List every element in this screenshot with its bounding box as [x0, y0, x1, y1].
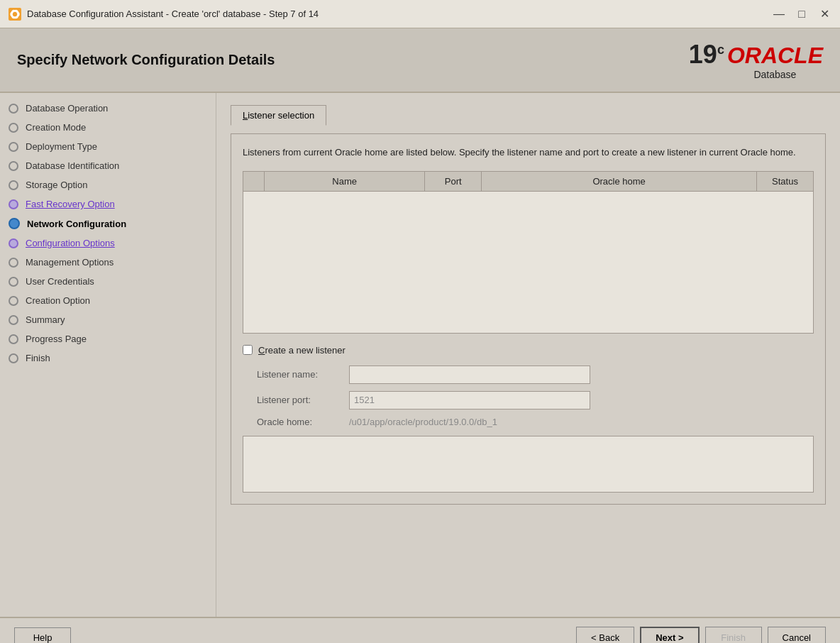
step-dot-progress-page: [9, 334, 18, 344]
finish-button[interactable]: Finish: [705, 627, 762, 644]
col-name: Name: [265, 171, 425, 191]
step-dot-deployment-type: [9, 142, 18, 152]
window-title: Database Configuration Assistant - Creat…: [27, 9, 319, 19]
sidebar-item-storage-option: Storage Option: [0, 175, 216, 194]
step-dot-configuration-options: [9, 238, 18, 248]
create-listener-row: Create a new listener: [243, 345, 814, 356]
sidebar-label-network-configuration: Network Configuration: [27, 219, 126, 229]
step-dot-database-operation: [9, 104, 18, 114]
footer: Help < Back Next > Finish Cancel: [0, 617, 840, 643]
sidebar-item-creation-option: Creation Option: [0, 291, 216, 310]
sidebar-label-management-options: Management Options: [26, 257, 114, 268]
oracle-home-label: Oracle home:: [257, 417, 349, 427]
sidebar-item-database-identification: Database Identification: [0, 156, 216, 175]
back-button[interactable]: < Back: [576, 627, 634, 644]
step-dot-summary: [9, 315, 18, 325]
listener-port-label: Listener port:: [257, 395, 349, 405]
listener-port-input[interactable]: [349, 391, 590, 410]
sidebar-label-database-identification: Database Identification: [26, 160, 119, 171]
sidebar-label-deployment-type: Deployment Type: [26, 141, 97, 152]
sidebar-label-creation-option: Creation Option: [26, 295, 90, 306]
sidebar-label-progress-page: Progress Page: [26, 334, 87, 344]
tab-listener-selection[interactable]: Listener selection: [231, 105, 326, 126]
oracle-home-value: /u01/app/oracle/product/19.0.0/db_1: [349, 417, 497, 427]
step-dot-management-options: [9, 258, 18, 268]
cancel-button[interactable]: Cancel: [768, 627, 826, 644]
checkbox-underline-c: C: [258, 345, 265, 356]
sidebar-label-summary: Summary: [26, 314, 65, 325]
step-dot-fast-recovery-option: [9, 199, 18, 209]
tab-bar: Listener selection: [231, 104, 826, 125]
title-bar-controls: — □ ✕: [772, 7, 831, 21]
minimize-button[interactable]: —: [772, 7, 786, 21]
title-bar: Database Configuration Assistant - Creat…: [0, 0, 840, 28]
sidebar-label-configuration-options: Configuration Options: [26, 238, 115, 248]
table-empty-body: [243, 191, 814, 333]
sidebar-item-user-credentials: User Credentials: [0, 272, 216, 291]
sidebar-item-finish: Finish: [0, 348, 216, 368]
step-dot-storage-option: [9, 180, 18, 190]
step-dot-network-configuration: [9, 218, 20, 229]
sidebar-item-summary: Summary: [0, 310, 216, 329]
title-bar-left: Database Configuration Assistant - Creat…: [9, 8, 319, 21]
sidebar-label-user-credentials: User Credentials: [26, 276, 94, 287]
footer-right: < Back Next > Finish Cancel: [576, 627, 826, 644]
sidebar-item-fast-recovery-option[interactable]: Fast Recovery Option: [0, 194, 216, 214]
sidebar: Database OperationCreation ModeDeploymen…: [0, 93, 216, 617]
next-button[interactable]: Next >: [640, 627, 699, 644]
sidebar-item-network-configuration: Network Configuration: [0, 214, 216, 233]
sidebar-label-finish: Finish: [26, 353, 50, 363]
oracle-version: 19c: [689, 40, 724, 70]
footer-left: Help: [14, 627, 71, 644]
step-dot-database-identification: [9, 161, 18, 171]
sidebar-item-creation-mode: Creation Mode: [0, 118, 216, 137]
col-status: Status: [757, 171, 814, 191]
oracle-logo: 19c ORACLE Database: [689, 40, 823, 80]
content-area: Listener selection Listeners from curren…: [216, 93, 840, 617]
page-title: Specify Network Configuration Details: [17, 52, 275, 68]
listener-name-label: Listener name:: [257, 369, 349, 380]
maximize-button[interactable]: □: [795, 7, 809, 21]
listener-name-input[interactable]: [349, 366, 590, 384]
listener-name-row: Listener name:: [243, 366, 814, 384]
oracle-brand-block: ORACLE Database: [727, 43, 823, 80]
listener-panel: Listeners from current Oracle home are l…: [231, 133, 826, 505]
sidebar-label-database-operation: Database Operation: [26, 103, 108, 114]
sidebar-label-storage-option: Storage Option: [26, 180, 87, 190]
svg-point-2: [11, 9, 20, 19]
step-dot-user-credentials: [9, 277, 18, 287]
help-button[interactable]: Help: [14, 627, 71, 644]
main-area: Database OperationCreation ModeDeploymen…: [0, 93, 840, 617]
step-dot-creation-mode: [9, 123, 18, 133]
col-checkbox: [243, 171, 265, 191]
step-dot-creation-option: [9, 296, 18, 306]
sidebar-item-progress-page: Progress Page: [0, 329, 216, 348]
col-oracle-home: Oracle home: [482, 171, 757, 191]
col-port: Port: [425, 171, 482, 191]
listener-port-row: Listener port:: [243, 391, 814, 410]
sidebar-label-fast-recovery-option: Fast Recovery Option: [26, 199, 115, 209]
oracle-product-text: Database: [727, 69, 823, 80]
oracle-home-row: Oracle home: /u01/app/oracle/product/19.…: [243, 417, 814, 427]
listener-table: Name Port Oracle home Status: [243, 171, 814, 334]
sidebar-label-creation-mode: Creation Mode: [26, 122, 86, 133]
close-button[interactable]: ✕: [817, 7, 831, 21]
sidebar-item-database-operation: Database Operation: [0, 99, 216, 118]
info-box: [243, 436, 814, 493]
step-dot-finish: [9, 353, 18, 363]
oracle-brand-text: ORACLE: [727, 43, 823, 69]
create-listener-label[interactable]: Create a new listener: [258, 345, 346, 356]
tab-label-rest: istener selection: [248, 110, 314, 121]
header: Specify Network Configuration Details 19…: [0, 28, 840, 93]
sidebar-item-deployment-type: Deployment Type: [0, 137, 216, 156]
sidebar-item-configuration-options[interactable]: Configuration Options: [0, 233, 216, 253]
description-text: Listeners from current Oracle home are l…: [243, 145, 814, 160]
sidebar-item-management-options: Management Options: [0, 253, 216, 272]
create-listener-checkbox[interactable]: [243, 345, 253, 355]
app-icon: [9, 8, 21, 21]
